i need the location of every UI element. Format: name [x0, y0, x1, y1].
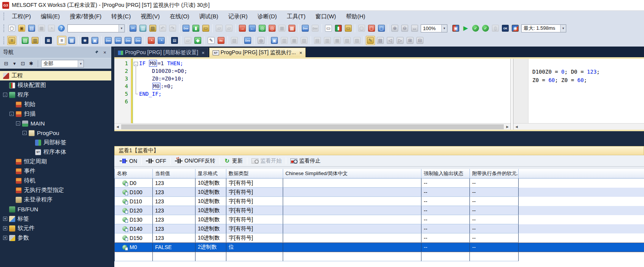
table-row-d150[interactable]: D15012310进制数字[有符号]---- [114, 233, 644, 243]
scan-gauge-find-icon[interactable]: ◔ [157, 36, 166, 45]
column-header[interactable]: Chinese Simplified/简体中文 [283, 169, 421, 178]
scan-gauge-icon[interactable]: ◔ [147, 36, 156, 45]
update-button[interactable]: ↻更新 [222, 158, 245, 164]
screen-monitor-run-icon[interactable]: ▢ [377, 24, 386, 33]
table-row-d130[interactable]: D13012310进制数字[有符号]---- [114, 215, 644, 224]
chevron-down-icon[interactable]: ▾ [11, 60, 18, 68]
write-to-plc-icon[interactable]: → [238, 24, 247, 33]
device-write2-icon[interactable]: Dev [104, 36, 113, 45]
tree-item-parameter[interactable]: +参数 [0, 233, 111, 243]
find-doc-prev-icon[interactable]: ◁ [386, 36, 395, 45]
zoom-level-combo[interactable]: 100%▾ [421, 24, 447, 32]
close-icon[interactable]: × [299, 50, 302, 56]
watch-register-icon[interactable]: ▭ [324, 24, 333, 33]
table-row-d0[interactable]: D012310进制数字[有符号]---- [114, 179, 644, 188]
menu-item-record[interactable]: 记录(R) [223, 11, 253, 22]
tree-item-device[interactable]: +软元件 [0, 224, 111, 233]
table-row-d140[interactable]: D14012310进制数字[有符号]---- [114, 224, 644, 233]
device-replace-icon[interactable]: Dev [123, 36, 133, 45]
menu-item-online[interactable]: 在线(O) [165, 11, 194, 22]
tab-progpou-local-label[interactable]: ProgPou [PRG] [局部标签设置]× [114, 48, 208, 57]
st-code-editor[interactable]: -IF M0=1 THEN; D100Z0:=D0; Z0:=Z0+10; M0… [133, 59, 511, 123]
tree-item-unregistered-program[interactable]: 未登录程序 [0, 195, 111, 204]
tree-item-program[interactable]: -程序 [0, 90, 111, 100]
menu-item-diagnostics[interactable]: 诊断(D) [253, 11, 282, 22]
check-program-icon[interactable]: ✓ [471, 24, 480, 33]
st-code-pane[interactable]: 123456 -IF M0=1 THEN; D100Z0:=D0; Z0:=Z0… [114, 59, 511, 130]
menu-item-convert[interactable]: 转换(C) [106, 11, 136, 22]
expand-icon[interactable]: + [3, 217, 7, 221]
drag-handle[interactable] [3, 37, 5, 44]
device-table-icon[interactable]: Dev [114, 36, 123, 45]
tree-item-program-body[interactable]: 程序本体 [0, 147, 111, 157]
tree-item-fixed-cycle[interactable]: 恒定周期 [0, 157, 111, 166]
connection-test-icon[interactable]: ◉ [511, 24, 520, 33]
expand-icon[interactable]: + [3, 226, 7, 230]
collapse-icon[interactable]: - [3, 93, 7, 97]
cut-icon[interactable]: ✂ [128, 24, 138, 33]
menu-item-view[interactable]: 视图(V) [136, 11, 165, 22]
tree-item-label[interactable]: +标签 [0, 214, 111, 224]
db-add-icon[interactable]: ◆ [193, 36, 202, 45]
table-row-d100[interactable]: D10012310进制数字[有符号]---- [114, 188, 644, 197]
settings-gear-icon[interactable]: ✱ [27, 60, 35, 68]
program-list-icon[interactable]: ▤ [170, 36, 179, 45]
menu-item-tool[interactable]: 工具(T) [282, 11, 310, 22]
menu-item-window[interactable]: 窗口(W) [311, 11, 341, 22]
menu-item-debug[interactable]: 调试(B) [194, 11, 223, 22]
view-outline-icon[interactable]: ≡ [57, 36, 66, 45]
paste-icon[interactable]: ▨ [148, 24, 157, 33]
monitor-horizontal-scrollbar[interactable]: ◀ [513, 123, 644, 130]
st-edit-icon[interactable]: ✎ [366, 36, 375, 45]
plc-diagnostics-icon[interactable]: ▦ [287, 24, 296, 33]
menu-item-project[interactable]: 工程(P) [7, 11, 36, 22]
help-icon[interactable]: ? [57, 24, 66, 33]
tree-item-main[interactable]: -MAIN [0, 119, 111, 128]
table-row-m0[interactable]: M0FALSE2进制数位---- [114, 243, 644, 252]
zoom-out-icon[interactable]: ⊖ [400, 24, 409, 33]
code-horizontal-scrollbar[interactable]: ◀ ▶ [114, 123, 511, 130]
column-header[interactable]: 名称 [115, 169, 153, 178]
item-display-icon[interactable]: ⊡ [19, 60, 27, 68]
check-all-icon[interactable]: ✓ [481, 24, 490, 33]
device-comment-icon[interactable]: ▮ [334, 24, 343, 33]
scrollbar-thumb[interactable] [121, 124, 504, 129]
table-row-d110[interactable]: D11012310进制数字[有符号]---- [114, 197, 644, 206]
tree-item-initial[interactable]: 初始 [0, 100, 111, 109]
menu-item-help[interactable]: 帮助(H) [341, 11, 370, 22]
device-write-icon[interactable]: Dev [181, 24, 191, 33]
save-project-icon[interactable]: ▤ [27, 24, 36, 33]
tree-display-icon[interactable]: ⊟ [2, 60, 10, 68]
expand-icon[interactable]: + [3, 236, 7, 240]
monitor-start-plc-icon[interactable]: ◎ [258, 24, 267, 33]
scroll-left-icon[interactable]: ◀ [513, 124, 520, 130]
line-delete-icon[interactable]: ⊟ [415, 36, 425, 45]
tab-progpou-st-monitor[interactable]: STProgPou [PRG] [ST] 监视执行...× [209, 48, 306, 57]
fold-collapse-icon[interactable]: - [134, 62, 138, 66]
column-header[interactable]: 附带执行条件的软元... [470, 169, 519, 178]
device-terminal-icon[interactable]: ▮ [191, 24, 200, 33]
module-config-icon[interactable]: ▦ [44, 36, 53, 45]
run-icon[interactable]: ▶ [461, 24, 470, 33]
close-icon[interactable]: × [202, 50, 205, 56]
io-assign-icon[interactable]: ▥ [30, 36, 40, 45]
pin-icon[interactable] [93, 49, 100, 56]
find-window-icon[interactable]: ▣ [90, 36, 99, 45]
navigation-window-icon[interactable]: ≡ [7, 36, 16, 45]
watch-stop-button[interactable]: 监看停止 [288, 158, 323, 164]
scan-time-combo[interactable]: 最大: 1.598ms▾ [521, 24, 566, 32]
device-batch-icon[interactable]: Dev [133, 36, 143, 45]
find-doc-next-icon[interactable]: ▷ [396, 36, 405, 45]
tree-item-standby[interactable]: 待机 [0, 176, 111, 185]
zoom-in-icon[interactable]: ⊕ [390, 24, 399, 33]
collapse-icon[interactable]: - [22, 131, 27, 135]
tree-item-no-execution-type[interactable]: 无执行类型指定 [0, 185, 111, 195]
drag-handle[interactable] [3, 13, 5, 20]
toggle-on-off-button[interactable]: ⇄ON/OFF反转 [173, 158, 218, 164]
screen-monitor-stop-icon[interactable]: ▢ [367, 24, 376, 33]
scroll-left-icon[interactable]: ◀ [114, 124, 121, 130]
table-row-empty[interactable] [114, 252, 644, 261]
device-io-icon[interactable]: ▭ [201, 24, 210, 33]
tree-item-project[interactable]: 工程 [0, 71, 111, 80]
column-header[interactable]: 当前值 [153, 169, 195, 178]
